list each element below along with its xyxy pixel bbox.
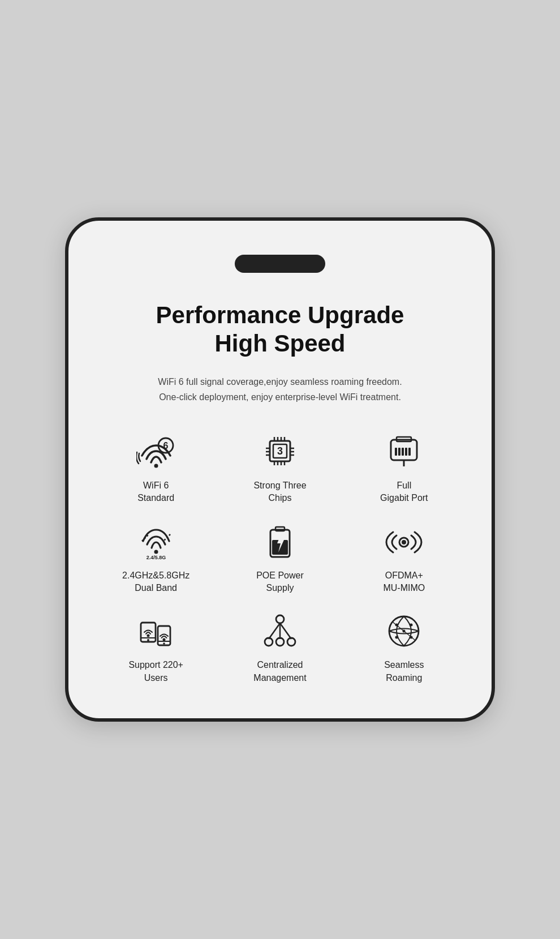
- wifi6-label: WiFi 6 Standard: [137, 479, 174, 505]
- svg-point-51: [287, 638, 295, 646]
- svg-point-39: [147, 639, 149, 641]
- svg-point-55: [410, 624, 413, 627]
- users-icon: [133, 611, 179, 651]
- feature-poe: POE Power Supply: [221, 522, 339, 595]
- feature-users: Support 220+ Users: [97, 611, 215, 684]
- svg-point-50: [276, 638, 284, 646]
- svg-rect-23: [398, 448, 400, 456]
- svg-point-44: [163, 639, 165, 641]
- svg-point-49: [265, 638, 273, 646]
- svg-line-48: [280, 623, 291, 639]
- feature-ofdma: OFDMA+ MU-MIMO: [345, 522, 463, 595]
- page-title: Performance Upgrade High Speed: [91, 301, 469, 358]
- svg-point-58: [403, 630, 406, 633]
- feature-chips: 3: [221, 432, 339, 505]
- svg-rect-25: [405, 448, 407, 456]
- features-grid: 6 WiFi 6 Standard 3: [91, 432, 469, 684]
- svg-text:2.4/5.8G: 2.4/5.8G: [146, 555, 166, 559]
- dualband-icon: 2.4/5.8G: [133, 522, 179, 561]
- svg-line-46: [269, 623, 280, 639]
- poe-label: POE Power Supply: [256, 569, 304, 595]
- svg-text:6: 6: [163, 441, 168, 451]
- users-label: Support 220+ Users: [128, 659, 183, 684]
- feature-management: Centralized Management: [221, 611, 339, 684]
- svg-point-0: [154, 464, 158, 468]
- feature-roaming: Seamless Roaming: [345, 611, 463, 684]
- chips-label: Strong Three Chips: [253, 479, 306, 505]
- roaming-icon: [381, 611, 427, 651]
- ofdma-label: OFDMA+ MU-MIMO: [383, 569, 425, 595]
- svg-point-56: [395, 636, 398, 639]
- management-icon: [257, 611, 303, 651]
- poe-icon: [257, 522, 303, 561]
- svg-text:3: 3: [277, 445, 283, 457]
- roaming-label: Seamless Roaming: [384, 659, 424, 684]
- gigabit-label: Full Gigabit Port: [380, 479, 428, 505]
- svg-point-36: [402, 540, 406, 544]
- page-subtitle: WiFi 6 full signal coverage,enjoy seamle…: [91, 374, 469, 405]
- wifi6-icon: 6: [133, 432, 179, 471]
- gigabit-icon: [381, 432, 427, 471]
- phone-frame: Performance Upgrade High Speed WiFi 6 fu…: [65, 217, 495, 722]
- dualband-label: 2.4GHz&5.8GHz Dual Band: [122, 569, 189, 595]
- svg-rect-24: [402, 448, 404, 456]
- chips-icon: 3: [257, 432, 303, 471]
- feature-dualband: 2.4/5.8G 2.4GHz&5.8GHz Dual Band: [97, 522, 215, 595]
- feature-wifi6: 6 WiFi 6 Standard: [97, 432, 215, 505]
- svg-rect-22: [395, 448, 397, 456]
- svg-point-43: [147, 635, 149, 637]
- svg-point-28: [154, 550, 158, 554]
- svg-point-57: [410, 636, 413, 639]
- svg-rect-26: [408, 448, 411, 456]
- ofdma-icon: [381, 522, 427, 561]
- svg-point-54: [395, 624, 398, 627]
- management-label: Centralized Management: [253, 659, 306, 684]
- svg-point-45: [276, 615, 284, 623]
- svg-point-42: [163, 643, 165, 645]
- feature-gigabit: Full Gigabit Port: [345, 432, 463, 505]
- phone-notch: [235, 255, 325, 273]
